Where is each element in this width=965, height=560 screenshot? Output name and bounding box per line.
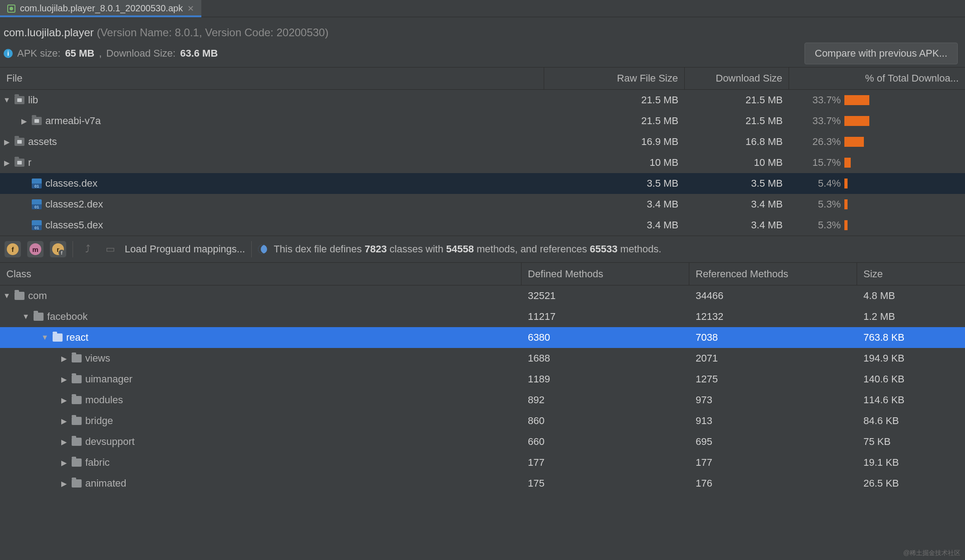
- col-download-size[interactable]: Download Size: [685, 68, 789, 89]
- file-row[interactable]: ▼lib21.5 MB21.5 MB33.7%: [0, 90, 965, 111]
- chevron-right-icon[interactable]: ▶: [3, 159, 11, 167]
- cell-size: 84.6 KB: [857, 415, 965, 427]
- file-row[interactable]: ▶armeabi-v7a21.5 MB21.5 MB33.7%: [0, 111, 965, 131]
- expand-types-button[interactable]: ▭: [102, 241, 118, 257]
- chevron-right-icon[interactable]: ▶: [60, 354, 68, 363]
- filter-methods-button[interactable]: m: [27, 241, 44, 257]
- close-icon[interactable]: ✕: [187, 4, 194, 14]
- class-row[interactable]: ▶devsupport66069575 KB: [0, 431, 965, 452]
- file-row[interactable]: 01classes2.dex3.4 MB3.4 MB5.3%: [0, 194, 965, 215]
- class-name: facebook: [47, 311, 88, 323]
- file-row[interactable]: 01classes.dex3.5 MB3.5 MB5.4%: [0, 173, 965, 194]
- filter-fields-button[interactable]: f: [5, 241, 21, 257]
- folder-icon: [32, 117, 42, 125]
- chevron-right-icon[interactable]: ▶: [60, 479, 68, 488]
- filter-refs-button[interactable]: r: [50, 241, 66, 257]
- class-row[interactable]: ▶uimanager11891275140.6 KB: [0, 369, 965, 390]
- cell-size: 75 KB: [857, 436, 965, 448]
- col-percent[interactable]: % of Total Downloa...: [789, 68, 965, 89]
- cell-dl: 3.4 MB: [685, 219, 789, 231]
- cell-def: 892: [521, 394, 689, 406]
- cell-bar: [843, 220, 965, 230]
- cell-percent: 33.7%: [789, 94, 843, 106]
- class-row[interactable]: ▼react63807038763.8 KB: [0, 327, 965, 348]
- chevron-down-icon[interactable]: ▼: [41, 333, 49, 342]
- col-raw-size[interactable]: Raw File Size: [544, 68, 685, 89]
- class-row[interactable]: ▶views16882071194.9 KB: [0, 348, 965, 369]
- tab-title: com.luojilab.player_8.0.1_20200530.apk: [20, 3, 183, 14]
- cell-raw: 21.5 MB: [544, 94, 685, 106]
- cell-size: 763.8 KB: [857, 332, 965, 343]
- package-icon: [72, 396, 82, 404]
- file-row[interactable]: 01classes5.dex3.4 MB3.4 MB5.3%: [0, 215, 965, 236]
- file-name: armeabi-v7a: [45, 115, 101, 127]
- compare-apk-button[interactable]: Compare with previous APK...: [804, 43, 958, 64]
- col-class[interactable]: Class: [0, 263, 521, 285]
- package-icon: [72, 354, 82, 362]
- nav-up-button[interactable]: ⤴: [79, 241, 96, 257]
- chevron-right-icon[interactable]: ▶: [60, 396, 68, 405]
- class-table-header: Class Defined Methods Referenced Methods…: [0, 263, 965, 285]
- percent-bar: [844, 158, 851, 168]
- file-row[interactable]: ▶assets16.9 MB16.8 MB26.3%: [0, 131, 965, 152]
- col-file[interactable]: File: [0, 68, 544, 89]
- cell-size: 19.1 KB: [857, 457, 965, 468]
- chevron-down-icon[interactable]: ▼: [3, 96, 11, 104]
- class-row[interactable]: ▼com32521344664.8 MB: [0, 285, 965, 306]
- file-table-body: ▼lib21.5 MB21.5 MB33.7%▶armeabi-v7a21.5 …: [0, 90, 965, 236]
- class-row[interactable]: ▶animated17517626.5 KB: [0, 473, 965, 494]
- size-info: i APK size: 65 MB, Download Size: 63.6 M…: [4, 48, 218, 59]
- percent-bar: [844, 116, 869, 126]
- class-name: views: [85, 352, 110, 364]
- package-icon: [72, 417, 82, 425]
- chevron-right-icon[interactable]: ▶: [60, 417, 68, 425]
- package-icon: [72, 459, 82, 467]
- dex-toolbar: f m r ⤴ ▭ Load Proguard mappings... This…: [0, 236, 965, 263]
- load-proguard-link[interactable]: Load Proguard mappings...: [125, 243, 245, 255]
- chevron-right-icon[interactable]: ▶: [3, 138, 11, 146]
- class-table-body: ▼com32521344664.8 MB▼facebook11217121321…: [0, 285, 965, 494]
- chevron-right-icon[interactable]: ▶: [60, 459, 68, 467]
- col-size[interactable]: Size: [857, 263, 965, 285]
- class-row[interactable]: ▶bridge86091384.6 KB: [0, 410, 965, 431]
- dex-summary: This dex file defines 7823 classes with …: [273, 243, 661, 255]
- cell-size: 26.5 KB: [857, 478, 965, 489]
- folder-icon: [15, 96, 24, 104]
- cell-percent: 33.7%: [789, 115, 843, 127]
- cell-percent: 5.3%: [789, 198, 843, 210]
- package-icon: [15, 292, 24, 300]
- cell-bar: [843, 137, 965, 147]
- cell-percent: 5.3%: [789, 219, 843, 231]
- file-table-header: File Raw File Size Download Size % of To…: [0, 67, 965, 90]
- cell-raw: 3.4 MB: [544, 198, 685, 210]
- chevron-right-icon[interactable]: ▶: [20, 117, 28, 126]
- col-defined-methods[interactable]: Defined Methods: [521, 263, 689, 285]
- cell-raw: 3.4 MB: [544, 219, 685, 231]
- cell-percent: 15.7%: [789, 157, 843, 169]
- col-referenced-methods[interactable]: Referenced Methods: [689, 263, 857, 285]
- class-row[interactable]: ▶modules892973114.6 KB: [0, 390, 965, 410]
- folder-icon: [15, 159, 24, 167]
- cell-raw: 16.9 MB: [544, 136, 685, 148]
- package-icon: [72, 375, 82, 383]
- cell-def: 660: [521, 436, 689, 448]
- file-name: assets: [28, 136, 57, 148]
- cell-size: 114.6 KB: [857, 394, 965, 406]
- cell-percent: 26.3%: [789, 136, 843, 148]
- class-row[interactable]: ▶fabric17717719.1 KB: [0, 452, 965, 473]
- class-row[interactable]: ▼facebook11217121321.2 MB: [0, 306, 965, 327]
- editor-tab[interactable]: com.luojilab.player_8.0.1_20200530.apk ✕: [0, 0, 201, 17]
- cell-size: 194.9 KB: [857, 352, 965, 364]
- chevron-right-icon[interactable]: ▶: [60, 375, 68, 384]
- chevron-right-icon[interactable]: ▶: [60, 438, 68, 446]
- file-row[interactable]: ▶r10 MB10 MB15.7%: [0, 152, 965, 173]
- chevron-down-icon[interactable]: ▼: [3, 292, 11, 300]
- cell-ref: 695: [689, 436, 857, 448]
- cell-ref: 1275: [689, 373, 857, 385]
- cell-ref: 7038: [689, 332, 857, 343]
- chevron-down-icon[interactable]: ▼: [22, 313, 30, 321]
- cell-dl: 10 MB: [685, 157, 789, 169]
- cell-raw: 3.5 MB: [544, 178, 685, 189]
- dex-file-icon: 01: [32, 220, 42, 230]
- cell-def: 1688: [521, 352, 689, 364]
